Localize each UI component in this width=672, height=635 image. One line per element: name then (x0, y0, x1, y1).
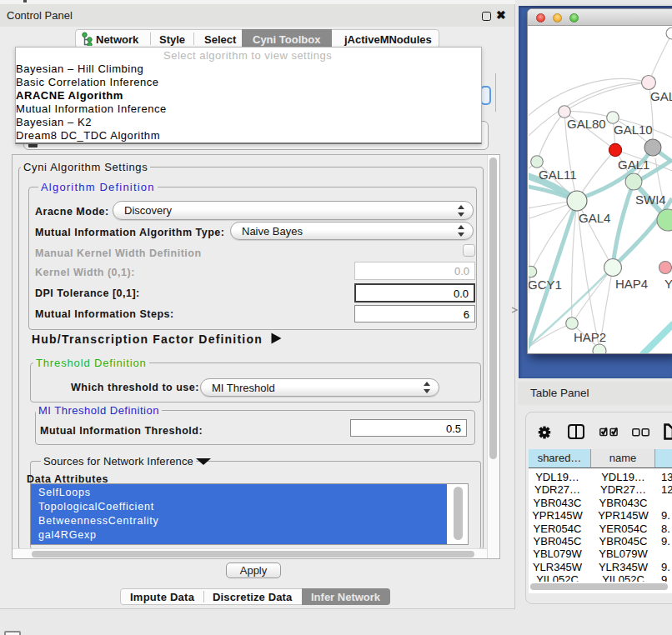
svg-text:GAL: GAL (650, 89, 672, 103)
svg-text:GAL1: GAL1 (618, 158, 649, 172)
svg-text:GAL10: GAL10 (614, 122, 653, 137)
svg-text:SWI4: SWI4 (635, 192, 666, 207)
svg-text:HAP4: HAP4 (615, 277, 648, 291)
svg-text:Y: Y (664, 277, 672, 291)
svg-text:GAL11: GAL11 (539, 168, 577, 182)
svg-text:GAL80: GAL80 (567, 117, 606, 131)
svg-text:GCY1: GCY1 (529, 278, 562, 292)
svg-text:HAP2: HAP2 (574, 330, 606, 344)
svg-text:GAL4: GAL4 (579, 211, 610, 225)
